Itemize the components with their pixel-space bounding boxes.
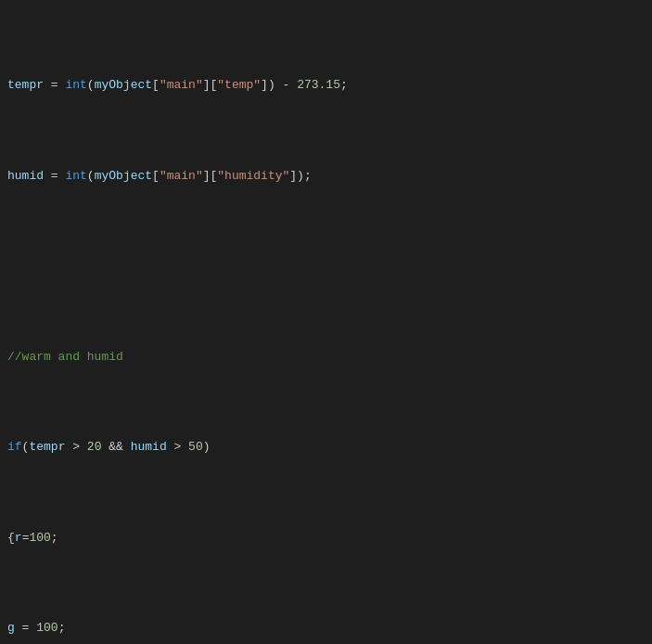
code-line-5: if(tempr > 20 && humid > 50) (0, 438, 652, 457)
code-line-3 (0, 257, 652, 276)
code-editor: tempr = int(myObject["main"]["temp"]) - … (0, 0, 652, 644)
code-line-7: g = 100; (0, 619, 652, 638)
code-line-4: //warm and humid (0, 348, 652, 367)
code-line-1: tempr = int(myObject["main"]["temp"]) - … (0, 76, 652, 95)
code-line-6: {r=100; (0, 529, 652, 547)
code-line-2: humid = int(myObject["main"]["humidity"]… (0, 167, 652, 186)
